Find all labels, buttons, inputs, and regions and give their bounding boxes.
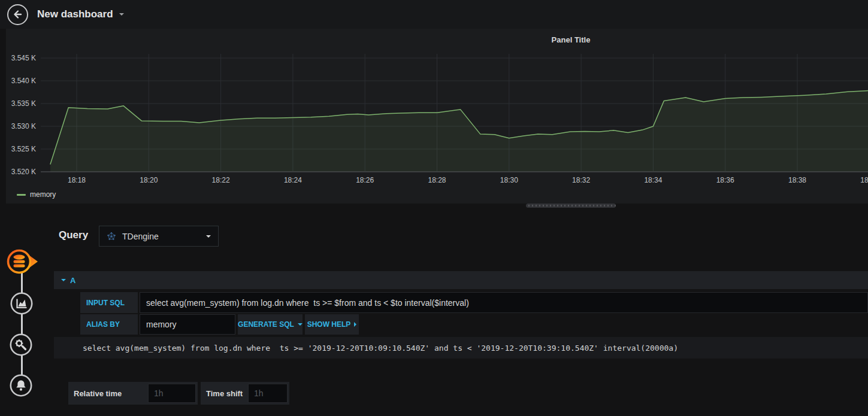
- tab-alert[interactable]: [9, 374, 33, 400]
- x-tick-label: 18:28: [428, 176, 446, 184]
- grafana-panel-editor: New dashboard 3.520 K3.525 K3.530 K3.535…: [0, 0, 868, 416]
- top-navbar: New dashboard: [0, 0, 868, 29]
- x-tick-label: 18:36: [716, 176, 734, 184]
- x-tick-label: 18:38: [788, 176, 806, 184]
- x-tick-label: 18:40: [860, 176, 868, 184]
- tab-connector-line: [21, 262, 23, 386]
- y-tick-label: 3.520 K: [11, 168, 36, 176]
- x-tick-label: 18:32: [572, 176, 590, 184]
- timeseries-chart[interactable]: 3.520 K3.525 K3.530 K3.535 K3.540 K3.545…: [6, 29, 868, 204]
- bell-icon: [11, 375, 31, 396]
- input-sql-field[interactable]: [140, 292, 868, 313]
- y-tick-label: 3.540 K: [11, 77, 36, 85]
- datasource-name: TDengine: [122, 232, 159, 241]
- series-area-fill: [50, 90, 868, 172]
- relative-time-field[interactable]: [148, 384, 196, 403]
- x-tick-label: 18:20: [140, 176, 158, 184]
- panel-title[interactable]: Panel Title: [552, 35, 591, 44]
- y-tick-label: 3.530 K: [11, 122, 36, 130]
- back-button[interactable]: [7, 4, 28, 25]
- x-tick-label: 18:30: [500, 176, 518, 184]
- generate-sql-button[interactable]: GENERATE SQL: [238, 314, 303, 335]
- tdengine-logo-icon: [107, 232, 116, 241]
- show-help-label: SHOW HELP: [307, 320, 351, 329]
- query-ref-id: A: [70, 276, 75, 285]
- gear-wrench-icon: [11, 335, 31, 355]
- legend-item-memory[interactable]: memory: [17, 190, 56, 199]
- x-tick-label: 18:26: [356, 176, 374, 184]
- generate-sql-label: GENERATE SQL: [238, 320, 294, 329]
- x-tick-label: 18:22: [212, 176, 230, 184]
- arrow-left-icon: [11, 8, 25, 21]
- y-tick-label: 3.545 K: [11, 54, 36, 62]
- legend-color-dash: [17, 194, 26, 196]
- query-row-header[interactable]: A: [54, 271, 868, 289]
- panel-resize-handle[interactable]: [526, 204, 616, 208]
- time-shift-group: Time shift: [201, 382, 289, 405]
- x-tick-label: 18:24: [284, 176, 302, 184]
- chevron-down-icon[interactable]: [119, 13, 124, 16]
- relative-time-group: Relative time: [68, 382, 198, 405]
- tab-queries[interactable]: [6, 248, 40, 277]
- input-sql-label: INPUT SQL: [80, 292, 138, 313]
- tab-general[interactable]: [9, 333, 33, 359]
- time-shift-field[interactable]: [248, 384, 288, 403]
- dashboard-title[interactable]: New dashboard: [37, 8, 113, 20]
- graph-panel: 3.520 K3.525 K3.530 K3.535 K3.540 K3.545…: [6, 29, 868, 204]
- query-section-label: Query: [59, 229, 88, 241]
- legend-label: memory: [30, 190, 56, 199]
- chevron-down-icon: [206, 235, 211, 238]
- y-tick-label: 3.535 K: [11, 99, 36, 108]
- chevron-right-icon: [354, 322, 356, 327]
- chart-icon: [11, 293, 32, 314]
- generated-sql-text: select avg(mem_system) from log.dn where…: [54, 337, 868, 359]
- x-tick-label: 18:34: [644, 176, 662, 184]
- collapse-caret-icon: [61, 279, 66, 281]
- datasource-select[interactable]: TDengine: [99, 226, 219, 247]
- y-tick-label: 3.525 K: [11, 145, 36, 153]
- chevron-down-icon: [298, 323, 303, 326]
- relative-time-label: Relative time: [68, 389, 148, 398]
- alias-by-field[interactable]: [140, 314, 235, 335]
- database-icon: [8, 251, 38, 273]
- time-shift-label: Time shift: [201, 389, 248, 398]
- alias-by-label: ALIAS BY: [80, 314, 138, 335]
- tab-visualization[interactable]: [10, 291, 34, 318]
- x-tick-label: 18:18: [68, 176, 86, 184]
- show-help-button[interactable]: SHOW HELP: [305, 314, 359, 335]
